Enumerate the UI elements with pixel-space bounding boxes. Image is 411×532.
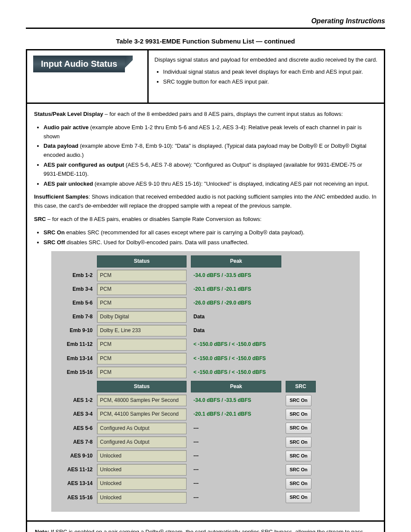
aes-row: AES 11-12Unlocked---SRC On [56,464,353,476]
emb-row-label: Emb 11-12 [56,340,93,348]
aes-peak-value: -20.1 dBFS / -20.1 dBFS [191,410,281,418]
aes-row-label: AES 5-6 [56,424,93,432]
header-peak: Peak [191,381,281,392]
aes-row-label: AES 13-14 [56,479,93,488]
emb-row-label: Emb 15-16 [56,368,93,376]
aes-row-label: AES 1-2 [56,396,93,404]
emb-row-label: Emb 7-8 [56,313,93,321]
bullet-lead: Audio pair active [44,124,89,131]
aes-row-label: AES 9-10 [56,452,93,460]
aes-peak-value: --- [191,466,281,474]
src-toggle-button[interactable]: SRC On [286,464,311,476]
bullet-lead: AES pair unlocked [44,180,93,187]
head-bullet: Individual signal status and peak level … [163,68,378,76]
table-caption: Table 3-2 9931-EMDE Function Submenu Lis… [26,37,385,45]
emb-row: Emb 9-10Dolby E, Line 233Data [56,325,353,336]
emb-peak-value: Data [191,327,281,335]
description-cell: Status/Peak Level Display – for each of … [27,104,384,522]
aes-src-cell: SRC On [286,423,316,434]
aes-row: AES 5-6Configured As Output---SRC On [56,423,353,434]
src-body: – for each of the 8 AES pairs, enables o… [46,216,262,222]
emb-row: Emb 13-14PCM< -150.0 dBFS / < -150.0 dBF… [56,353,353,364]
note-body: If SRC is enabled on a pair carrying a D… [35,529,363,532]
aes-src-cell: SRC On [286,409,316,420]
emb-status-field: Dolby Digital [97,311,187,323]
aes-status-field: Unlocked [97,492,187,504]
aes-row-label: AES 7-8 [56,438,93,446]
emb-status-field: PCM [97,353,187,364]
aes-peak-value: --- [191,452,281,460]
main-table: Input Audio Status Displays signal statu… [26,49,385,532]
input-audio-status-tab: Input Audio Status [33,56,125,72]
aes-row: AES 3-4PCM, 44100 Samples Per Second-20.… [56,408,353,420]
header-src: SRC [286,381,316,392]
tab-description: Displays signal status and payload for e… [149,50,384,103]
aes-peak-value: --- [191,438,281,446]
section-body: – for each of the 8 embedded pairs and 8… [103,111,342,117]
src-toggle-button[interactable]: SRC On [286,423,311,434]
aes-status-field: PCM, 44100 Samples Per Second [97,408,187,420]
aes-status-field: Configured As Output [97,423,187,434]
emb-row: Emb 5-6PCM-26.0 dBFS / -29.0 dBFS [56,297,353,309]
aes-status-field: Unlocked [97,464,187,476]
emb-peak-value: Data [191,313,281,321]
table-header-row: Input Audio Status Displays signal statu… [27,50,384,104]
aes-src-cell: SRC On [286,437,316,448]
aes-peak-value: --- [191,479,281,488]
tab-cell: Input Audio Status [27,50,149,103]
emb-row: Emb 7-8Dolby DigitalData [56,311,353,323]
emb-status-field: PCM [97,297,187,309]
bullet-body: (example above AES 9-10 thru AES 15-16):… [93,180,369,187]
emb-peak-value: -34.0 dBFS / -33.5 dBFS [191,271,281,280]
emb-row-label: Emb 13-14 [56,355,93,363]
section-lead: Status/Peak Level Display [34,111,103,117]
aes-header-row: X Status Peak SRC [56,381,353,392]
bullet-body: (example above Emb 1-2 thru Emb 5-6 and … [44,124,361,140]
src-toggle-button[interactable]: SRC On [286,451,311,462]
aes-row: AES 9-10Unlocked---SRC On [56,450,353,462]
aes-row: AES 15-16Unlocked---SRC On [56,492,353,504]
src-lead: SRC [34,216,46,222]
aes-src-cell: SRC On [286,492,316,503]
bullet-body: (example above Emb 7-8, Emb 9-10): "Data… [44,143,367,158]
emb-row-label: Emb 5-6 [56,299,93,307]
aes-peak-value: --- [191,424,281,432]
src-bullet-lead: SRC On [44,229,65,236]
src-toggle-button[interactable]: SRC On [286,492,311,503]
src-toggle-button[interactable]: SRC On [286,437,311,448]
src-toggle-button[interactable]: SRC On [286,409,311,420]
aes-row-label: AES 3-4 [56,410,93,418]
emb-peak-value: -20.1 dBFS / -20.1 dBFS [191,285,281,293]
emb-row-label: Emb 1-2 [56,271,93,280]
src-bullet-body: disables SRC. Used for Dolby®-encoded pa… [65,239,249,246]
aes-status-field: PCM, 48000 Samples Per Second [97,395,187,406]
emb-header-row: X Status Peak [56,255,353,267]
bullet-lead: AES pair configured as output [44,162,124,168]
emb-status-field: PCM [97,339,187,350]
aes-peak-value: -34.0 dBFS / -33.5 dBFS [191,396,281,404]
header-status: Status [97,381,187,392]
src-toggle-button[interactable]: SRC On [286,395,311,406]
emb-row: Emb 1-2PCM-34.0 dBFS / -33.5 dBFS [56,270,353,281]
emb-row: Emb 3-4PCM-20.1 dBFS / -20.1 dBFS [56,283,353,295]
aes-status-field: Unlocked [97,450,187,462]
emb-status-field: Dolby E, Line 233 [97,325,187,336]
aes-status-field: Configured As Output [97,436,187,448]
emb-status-field: PCM [97,367,187,378]
emb-status-field: PCM [97,270,187,281]
aes-status-field: Unlocked [97,478,187,489]
tab-lead-text: Displays signal status and payload for e… [155,56,378,64]
aes-row-label: AES 11-12 [56,466,93,474]
emb-peak-value: < -150.0 dBFS / < -150.0 dBFS [191,340,281,348]
head-bullet: SRC toggle button for each AES input pai… [163,78,378,86]
src-toggle-button[interactable]: SRC On [286,478,311,489]
aes-src-cell: SRC On [286,464,316,476]
status-panel: X Status Peak Emb 1-2PCM-34.0 dBFS / -33… [51,251,360,511]
note-lead: Note: [35,529,49,532]
header-status: Status [97,255,187,267]
aes-row-label: AES 15-16 [56,494,93,502]
src-bullet-lead: SRC Off [44,239,65,246]
aes-src-cell: SRC On [286,395,316,406]
emb-peak-value: < -150.0 dBFS / < -150.0 dBFS [191,368,281,376]
emb-row: Emb 11-12PCM< -150.0 dBFS / < -150.0 dBF… [56,339,353,350]
